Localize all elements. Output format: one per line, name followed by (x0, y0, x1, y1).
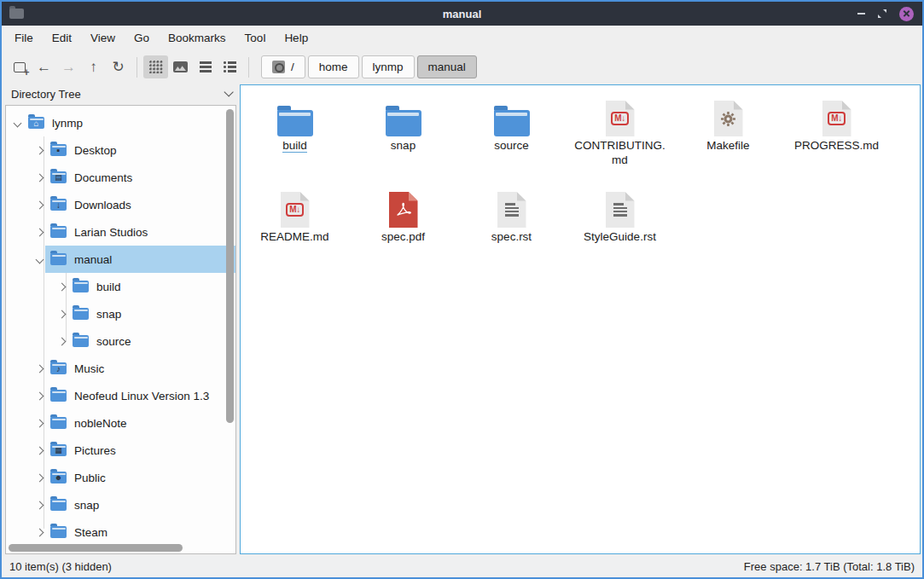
file-item-contributing-md[interactable]: CONTRIBUTING.md (566, 91, 674, 182)
refresh-button[interactable]: ↻ (106, 55, 131, 78)
tree-item-downloads[interactable]: Downloads (6, 191, 235, 218)
detailed-view-button[interactable] (218, 55, 242, 78)
tree-item-documents[interactable]: Documents (6, 164, 235, 191)
horizontal-scrollbar[interactable] (9, 544, 183, 552)
expander-expand-icon[interactable] (33, 448, 45, 454)
tree-item-neofeud[interactable]: Neofeud Linux Version 1.3 (6, 382, 235, 409)
compact-view-button[interactable] (193, 55, 218, 78)
folder-icon (50, 253, 67, 265)
folder-icon (277, 110, 313, 136)
text-icon (497, 192, 526, 228)
file-item-source[interactable]: source (457, 91, 566, 182)
tree-item-noblenote[interactable]: nobleNote (6, 409, 235, 437)
file-view: build snap source CONTRIBUTING.md (240, 84, 921, 554)
expander-expand-icon[interactable] (33, 148, 45, 153)
expander-expand-icon[interactable] (33, 175, 45, 181)
tree-item-lynmp[interactable]: lynmp (6, 109, 235, 136)
thumbnail-view-button[interactable] (168, 55, 193, 78)
expander-expand-icon[interactable] (33, 202, 45, 208)
up-button[interactable]: ↑ (81, 55, 106, 78)
folder-icon (73, 335, 89, 347)
expander-collapse-icon[interactable] (33, 257, 45, 263)
expander-collapse-icon[interactable] (11, 120, 23, 126)
expander-expand-icon[interactable] (33, 229, 45, 235)
expander-expand-icon[interactable] (33, 530, 45, 536)
back-button[interactable]: ← (32, 55, 56, 78)
breadcrumb-manual[interactable]: manual (417, 55, 477, 78)
file-item-makefile[interactable]: Makefile (674, 91, 782, 182)
file-item-readme-md[interactable]: README.md (241, 182, 349, 274)
folder-icon (494, 110, 530, 136)
forward-button[interactable]: → (56, 55, 81, 78)
breadcrumb-home[interactable]: home (308, 55, 359, 78)
documents-folder-icon (50, 171, 67, 183)
tree-item-snap[interactable]: snap (6, 300, 235, 327)
menu-help[interactable]: Help (275, 26, 317, 51)
expander-expand-icon[interactable] (33, 366, 45, 372)
new-tab-button[interactable] (7, 55, 32, 78)
close-button[interactable] (899, 7, 914, 21)
status-free-space: Free space: 1.7 TiB (Total: 1.8 TiB) (744, 560, 915, 573)
breadcrumb-label: home (319, 61, 348, 73)
expander-expand-icon[interactable] (33, 502, 45, 508)
file-item-styleguide-rst[interactable]: StyleGuide.rst (566, 182, 674, 274)
tree-item-desktop[interactable]: Desktop (6, 136, 235, 164)
grid-view-icon (149, 61, 163, 73)
tree-item-source[interactable]: source (6, 327, 235, 355)
tree-item-build[interactable]: build (6, 273, 235, 300)
thumbnail-view-icon (173, 61, 188, 72)
markdown-icon (281, 192, 310, 228)
downloads-folder-icon (50, 199, 67, 211)
tree-item-music[interactable]: Music (6, 355, 235, 382)
side-pane-header[interactable]: Directory Tree (3, 83, 238, 105)
tree-item-steam[interactable]: Steam (6, 518, 235, 546)
menu-file[interactable]: File (5, 26, 43, 51)
expander-expand-icon[interactable] (55, 339, 67, 345)
maximize-button[interactable] (877, 9, 887, 19)
tree-item-public[interactable]: Public (6, 464, 235, 491)
tree-item-pictures[interactable]: Pictures (6, 437, 235, 464)
menu-tool[interactable]: Tool (235, 26, 276, 51)
minimize-button[interactable] (857, 13, 865, 14)
directory-tree: lynmp Desktop Documents Downloads Larian… (5, 105, 236, 554)
vertical-scrollbar[interactable] (226, 109, 234, 423)
file-item-build[interactable]: build (241, 91, 349, 182)
folder-icon (386, 110, 421, 136)
menu-go[interactable]: Go (125, 26, 159, 51)
icon-view-button[interactable] (143, 55, 168, 78)
pictures-folder-icon (50, 444, 67, 456)
expander-expand-icon[interactable] (33, 393, 45, 399)
menu-view[interactable]: View (81, 26, 125, 51)
breadcrumb-root[interactable]: / (261, 55, 305, 78)
tree-item-manual[interactable]: manual (6, 246, 235, 273)
menu-edit[interactable]: Edit (43, 26, 81, 51)
expander-expand-icon[interactable] (55, 284, 67, 290)
new-tab-icon (14, 62, 26, 72)
folder-icon (50, 417, 67, 429)
maximize-icon (877, 9, 887, 19)
expander-expand-icon[interactable] (55, 311, 67, 317)
file-item-spec-pdf[interactable]: spec.pdf (349, 182, 457, 274)
menubar: File Edit View Go Bookmarks Tool Help (2, 26, 922, 51)
expander-expand-icon[interactable] (33, 420, 45, 426)
side-pane: Directory Tree lynmp Desktop Documents D… (2, 83, 238, 556)
tree-item-larian-studios[interactable]: Larian Studios (6, 218, 235, 246)
statusbar: 10 item(s) (3 hidden) Free space: 1.7 Ti… (2, 556, 922, 577)
file-item-spec-rst[interactable]: spec.rst (457, 182, 566, 274)
markdown-icon (822, 101, 851, 136)
toolbar: ← → ↑ ↻ / home lynmp manual (2, 51, 922, 83)
file-item-progress-md[interactable]: PROGRESS.md (782, 91, 891, 182)
breadcrumb-lynmp[interactable]: lynmp (362, 55, 415, 78)
folder-icon (50, 226, 67, 238)
file-item-snap[interactable]: snap (349, 91, 457, 182)
expander-expand-icon[interactable] (33, 475, 45, 481)
refresh-icon: ↻ (112, 58, 124, 76)
text-icon (606, 192, 635, 228)
breadcrumb-label: / (291, 61, 294, 73)
compact-view-icon (200, 61, 212, 72)
music-folder-icon (50, 362, 67, 374)
tree-item-snap-home[interactable]: snap (6, 491, 235, 518)
up-icon: ↑ (90, 59, 97, 76)
menu-bookmarks[interactable]: Bookmarks (159, 26, 235, 51)
chevron-down-icon (224, 87, 233, 96)
